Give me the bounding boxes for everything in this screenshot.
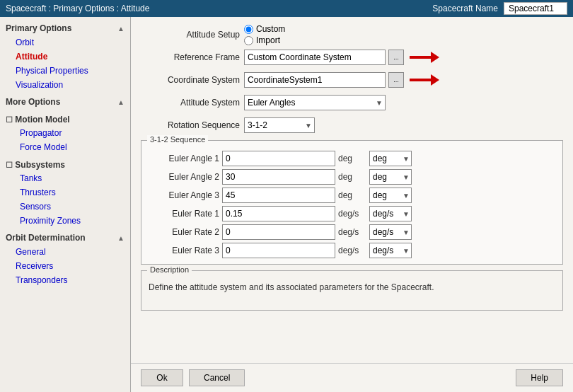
red-arrow-1 <box>410 52 439 63</box>
rotation-sequence-select[interactable]: 3-1-2 <box>244 117 315 133</box>
spacecraft-name-label: Spacecraft Name <box>432 4 498 13</box>
coordinate-system-row: Coordinate System ... <box>141 71 563 89</box>
spacecraft-name-value: Spacecraft1 <box>504 2 567 15</box>
euler-rate-1-unit: deg/s <box>338 209 366 219</box>
euler-angle-3-label: Euler Angle 3 <box>149 190 219 200</box>
sidebar-item-visualization[interactable]: Visualization <box>0 78 130 92</box>
orbit-determination-label: Orbit Determination <box>6 233 86 243</box>
custom-radio-label: Custom <box>256 24 285 34</box>
content-area: Attitude Setup Custom Import Reference F… <box>131 17 573 392</box>
attitude-system-label: Attitude System <box>141 98 240 108</box>
description-box: Description Define the attitude system a… <box>141 270 563 311</box>
euler-rate-3-label: Euler Rate 3 <box>149 246 219 255</box>
euler-angle-1-label: Euler Angle 1 <box>149 154 219 163</box>
euler-rate-2-row: Euler Rate 2 deg/s deg/s ▼ <box>149 224 555 240</box>
window-title: Spacecraft : Primary Options : Attitude <box>6 4 149 13</box>
cancel-button[interactable]: Cancel <box>189 369 245 386</box>
rotation-sequence-row: Rotation Sequence 3-1-2 ▼ <box>141 116 563 134</box>
sidebar: Primary Options ▲ Orbit Attitude Physica… <box>0 17 131 392</box>
euler-sequence-group-label: 3-1-2 Sequence <box>147 135 208 144</box>
euler-angle-2-unit: deg <box>338 172 366 182</box>
sidebar-item-receivers[interactable]: Receivers <box>0 259 130 273</box>
reference-frame-input[interactable] <box>244 50 386 65</box>
euler-rate-3-unit: deg/s <box>338 246 366 255</box>
more-options-label: More Options <box>6 97 60 107</box>
euler-rate-1-row: Euler Rate 1 deg/s deg/s ▼ <box>149 206 555 221</box>
coordinate-system-input[interactable] <box>244 72 386 88</box>
attitude-system-select[interactable]: Euler Angles <box>244 95 386 110</box>
attitude-setup-row: Attitude Setup Custom Import <box>141 24 563 45</box>
sidebar-section-orbit-determination[interactable]: Orbit Determination ▲ <box>0 231 130 245</box>
euler-rate-3-select[interactable]: deg/s <box>369 243 412 258</box>
sidebar-item-orbit[interactable]: Orbit <box>0 35 130 50</box>
sidebar-item-force-model[interactable]: Force Model <box>0 140 130 154</box>
euler-angle-2-row: Euler Angle 2 deg deg ▼ <box>149 169 555 185</box>
ok-button[interactable]: Ok <box>141 369 183 386</box>
import-radio-option[interactable]: Import <box>244 35 285 45</box>
red-arrow-2 <box>410 74 439 86</box>
sidebar-section-more-options[interactable]: More Options ▲ <box>0 95 130 109</box>
rotation-sequence-label: Rotation Sequence <box>141 120 240 130</box>
custom-radio-option[interactable]: Custom <box>244 24 285 34</box>
euler-angle-2-input[interactable] <box>222 169 335 185</box>
import-radio[interactable] <box>244 36 253 45</box>
euler-rate-1-label: Euler Rate 1 <box>149 209 219 219</box>
euler-rate-1-input[interactable] <box>222 206 335 221</box>
sidebar-section-primary-options[interactable]: Primary Options ▲ <box>0 21 130 35</box>
coordinate-system-label: Coordinate System <box>141 75 240 85</box>
euler-rate-1-select[interactable]: deg/s <box>369 206 412 221</box>
primary-options-label: Primary Options <box>6 23 71 33</box>
euler-angle-1-unit: deg <box>338 154 366 163</box>
reference-frame-row: Reference Frame ... <box>141 48 563 67</box>
attitude-system-row: Attitude System Euler Angles ▼ <box>141 93 563 112</box>
euler-sequence-group: 3-1-2 Sequence Euler Angle 1 deg deg ▼ <box>141 140 563 265</box>
custom-radio[interactable] <box>244 25 253 34</box>
euler-angle-2-label: Euler Angle 2 <box>149 172 219 182</box>
reference-frame-button[interactable]: ... <box>388 50 404 65</box>
euler-angle-3-row: Euler Angle 3 deg deg ▼ <box>149 188 555 203</box>
euler-angle-1-row: Euler Angle 1 deg deg ▼ <box>149 151 555 166</box>
chevron-up-icon-2: ▲ <box>117 98 125 106</box>
attitude-setup-label: Attitude Setup <box>141 30 240 40</box>
sidebar-item-propagator[interactable]: Propagator <box>0 126 130 140</box>
help-button[interactable]: Help <box>516 369 563 386</box>
euler-rate-2-input[interactable] <box>222 224 335 240</box>
title-bar: Spacecraft : Primary Options : Attitude … <box>0 0 573 17</box>
euler-angle-3-input[interactable] <box>222 188 335 203</box>
sidebar-group-motion-model: ☐ Motion Model <box>0 112 130 126</box>
reference-frame-label: Reference Frame <box>141 52 240 62</box>
euler-angle-3-unit: deg <box>338 190 366 200</box>
chevron-up-icon: ▲ <box>117 25 125 33</box>
description-label: Description <box>147 265 192 274</box>
chevron-up-icon-3: ▲ <box>117 234 125 242</box>
footer-buttons: Ok Cancel Help <box>131 363 573 392</box>
sidebar-item-physical-properties[interactable]: Physical Properties <box>0 64 130 78</box>
euler-rate-2-unit: deg/s <box>338 227 366 237</box>
euler-angle-3-select[interactable]: deg <box>369 188 412 203</box>
sidebar-item-transponders[interactable]: Transponders <box>0 273 130 287</box>
euler-rate-2-select[interactable]: deg/s <box>369 224 412 240</box>
euler-angle-1-input[interactable] <box>222 151 335 166</box>
sidebar-group-subsystems: ☐ Subsystems <box>0 157 130 171</box>
sidebar-item-tanks[interactable]: Tanks <box>0 171 130 185</box>
sidebar-item-general[interactable]: General <box>0 245 130 259</box>
description-text: Define the attitude system and its assoc… <box>149 282 434 292</box>
euler-rate-2-label: Euler Rate 2 <box>149 227 219 237</box>
attitude-setup-radios: Custom Import <box>244 24 285 45</box>
coordinate-system-button[interactable]: ... <box>388 72 404 88</box>
sidebar-item-thrusters[interactable]: Thrusters <box>0 185 130 200</box>
euler-rate-3-input[interactable] <box>222 243 335 258</box>
euler-rate-3-row: Euler Rate 3 deg/s deg/s ▼ <box>149 243 555 258</box>
euler-angle-2-select[interactable]: deg <box>369 169 412 185</box>
import-radio-label: Import <box>256 35 280 45</box>
euler-angle-1-select[interactable]: deg <box>369 151 412 166</box>
sidebar-item-sensors[interactable]: Sensors <box>0 200 130 214</box>
sidebar-item-attitude[interactable]: Attitude <box>0 50 130 64</box>
sidebar-item-proximity-zones[interactable]: Proximity Zones <box>0 214 130 228</box>
